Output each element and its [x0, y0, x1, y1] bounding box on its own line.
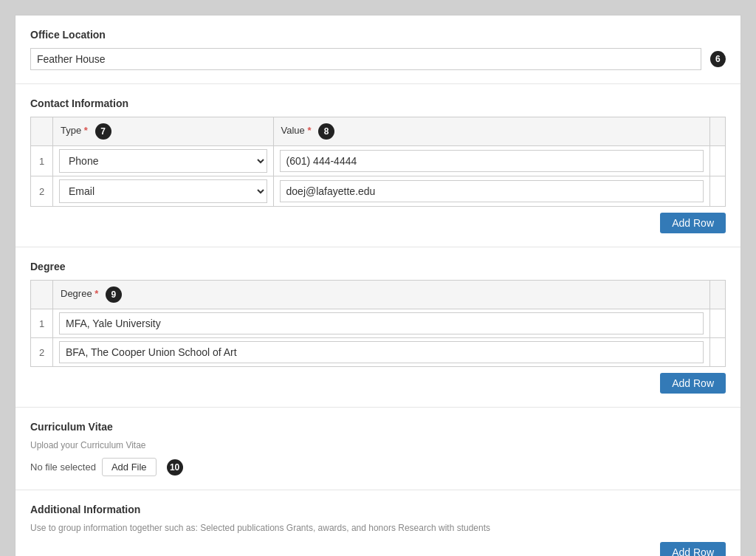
value-column-badge: 8: [318, 123, 334, 140]
degree-add-row-button[interactable]: Add Row: [660, 373, 726, 394]
office-location-input[interactable]: [30, 48, 701, 70]
contact-info-label: Contact Information: [30, 97, 726, 109]
cv-section: Curriculum Vitae Upload your Curriculum …: [16, 408, 740, 490]
degree-value-cell: [53, 338, 710, 367]
contact-type-cell: PhoneEmailFaxWebsite: [53, 146, 274, 176]
degree-action-header: [710, 281, 726, 309]
degree-label: Degree: [30, 261, 726, 272]
contact-value-cell: [273, 146, 709, 176]
contact-value-cell: [273, 176, 709, 207]
additional-info-label: Additional Information: [30, 504, 726, 515]
cv-badge: 10: [167, 459, 183, 476]
degree-col-header: Degree * 9: [53, 281, 710, 309]
cv-file-row: No file selected Add File 10: [30, 458, 726, 476]
contact-value-input[interactable]: [280, 180, 704, 202]
table-row: 2PhoneEmailFaxWebsite: [31, 176, 726, 207]
degree-table: Degree * 9 12: [30, 280, 726, 367]
contact-add-row-button[interactable]: Add Row: [660, 213, 726, 233]
row-number: 1: [31, 146, 53, 176]
additional-info-section: Additional Information Use to group info…: [16, 490, 740, 556]
contact-type-cell: PhoneEmailFaxWebsite: [53, 176, 274, 207]
add-file-button[interactable]: Add File: [102, 458, 157, 476]
additional-add-row-wrapper: Add Row: [30, 542, 726, 556]
contact-add-row-wrapper: Add Row: [30, 207, 726, 233]
contact-type-select[interactable]: PhoneEmailFaxWebsite: [59, 179, 267, 203]
table-row: 1: [31, 309, 726, 338]
no-file-text: No file selected: [30, 461, 96, 473]
contact-row-action: [710, 146, 726, 176]
degree-row-action: [710, 309, 726, 338]
degree-value-input[interactable]: [59, 312, 704, 334]
row-number: 2: [31, 176, 53, 207]
contact-action-header: [710, 117, 726, 146]
contact-type-select[interactable]: PhoneEmailFaxWebsite: [59, 149, 267, 173]
row-number: 2: [31, 338, 53, 367]
row-number: 1: [31, 309, 53, 338]
contact-value-header: Value * 8: [273, 117, 709, 146]
degree-value-input[interactable]: [59, 341, 704, 363]
contact-type-header: Type * 7: [53, 117, 274, 146]
office-location-section: Office Location 6: [16, 16, 740, 84]
contact-value-input[interactable]: [280, 150, 704, 172]
contact-table: Type * 7 Value * 8 1PhoneEmailFaxWebsite…: [30, 117, 726, 207]
contact-info-section: Contact Information Type * 7 Value * 8: [16, 84, 740, 247]
contact-row-num-header: [31, 117, 53, 146]
office-location-badge: 6: [710, 51, 726, 67]
degree-row-action: [710, 338, 726, 367]
table-row: 2: [31, 338, 726, 367]
contact-row-action: [710, 176, 726, 207]
additional-info-desc: Use to group information together such a…: [30, 523, 726, 533]
cv-label: Curriculum Vitae: [30, 421, 726, 433]
degree-value-cell: [53, 309, 710, 338]
table-row: 1PhoneEmailFaxWebsite: [31, 146, 726, 176]
additional-add-row-button[interactable]: Add Row: [660, 542, 726, 556]
degree-add-row-wrapper: Add Row: [30, 367, 726, 394]
type-column-badge: 7: [95, 123, 111, 140]
degree-row-num-header: [31, 281, 53, 309]
degree-section: Degree Degree * 9 12 Add Row: [16, 247, 740, 408]
main-container: Office Location 6 Contact Information Ty…: [15, 15, 741, 556]
office-location-label: Office Location: [30, 29, 726, 41]
degree-column-badge: 9: [106, 286, 122, 303]
cv-subtitle: Upload your Curriculum Vitae: [30, 440, 726, 450]
